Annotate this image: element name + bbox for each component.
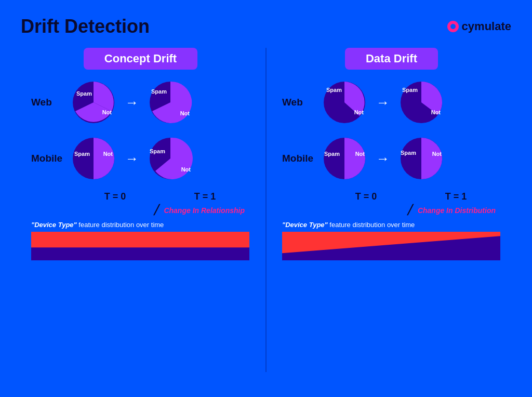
data-mobile-t0-not: Not — [355, 151, 365, 157]
concept-web-t1-not: Not — [180, 110, 190, 116]
data-dist-bar — [282, 232, 501, 260]
data-mobile-t0-pie: Spam Not — [321, 135, 368, 182]
data-mobile-t1-pie: Spam Not — [398, 135, 445, 182]
concept-dist-canvas — [31, 232, 249, 260]
concept-web-t0-spam: Spam — [76, 90, 92, 97]
concept-t1-label: T = 1 — [194, 191, 216, 202]
data-web-t0-spam: Spam — [326, 87, 342, 93]
data-web-label: Web — [282, 97, 321, 108]
concept-mobile-t1-spam: Spam — [150, 148, 165, 154]
data-mobile-arrow: → — [376, 151, 390, 167]
concept-dist-bar — [31, 232, 250, 260]
data-dist-canvas — [282, 232, 500, 260]
data-web-pie-pair: Spam Not → Spam Not — [321, 79, 445, 126]
concept-mobile-arrow: → — [125, 151, 139, 167]
main-content: Concept Drift Web Spam Not — [21, 48, 511, 372]
column-divider — [265, 48, 267, 372]
data-change-area: ╱ Change In Distribution — [282, 204, 501, 216]
data-mobile-t1-spam: Spam — [401, 150, 416, 156]
cymulate-logo-text: cymulate — [462, 20, 511, 33]
data-dist-label-suffix: feature distribution over time — [328, 221, 415, 229]
concept-time-labels: T = 0 T = 1 — [31, 191, 250, 202]
data-web-arrow: → — [376, 95, 390, 111]
data-mobile-pie-pair: Spam Not → Spam Not — [321, 135, 445, 182]
data-web-t0-not: Not — [354, 109, 364, 115]
concept-web-t1-pie: Spam Not — [147, 79, 194, 126]
data-dist-label: "Device Type" feature distribution over … — [282, 221, 501, 229]
data-drift-badge: Data Drift — [345, 48, 438, 70]
data-web-row: Web Spam Not → — [282, 79, 501, 126]
data-web-t1-not: Not — [431, 109, 441, 115]
concept-web-pie-pair: Spam Not → Spam Not — [70, 79, 194, 126]
data-time-labels: T = 0 T = 1 — [282, 191, 501, 202]
data-mobile-t1-not: Not — [432, 151, 442, 157]
data-web-t0-pie: Spam Not — [321, 79, 368, 126]
data-web-t1-pie: Spam Not — [398, 79, 445, 126]
logo: cymulate — [447, 20, 511, 33]
concept-mobile-t0-not: Not — [103, 151, 113, 157]
data-t0-label: T = 0 — [355, 191, 377, 202]
concept-web-t1-spam: Spam — [151, 88, 167, 95]
data-web-t1-spam: Spam — [402, 87, 418, 93]
concept-mobile-t0-spam: Spam — [74, 151, 90, 157]
concept-drift-column: Concept Drift Web Spam Not — [21, 48, 260, 372]
concept-web-t0-pie: Spam Not — [70, 79, 117, 126]
concept-distribution: "Device Type" feature distribution over … — [31, 221, 250, 260]
page: Drift Detection cymulate Concept Drift W… — [0, 0, 532, 397]
header: Drift Detection cymulate — [21, 16, 511, 37]
data-dist-label-device: "Device Type" — [282, 221, 328, 229]
concept-t0-label: T = 0 — [104, 191, 126, 202]
concept-change-label: Change In Relationship — [164, 206, 245, 215]
concept-mobile-t1-not: Not — [181, 166, 191, 173]
concept-change-area: ╱ Change In Relationship — [31, 204, 250, 216]
data-t1-label: T = 1 — [445, 191, 467, 202]
data-mobile-label: Mobile — [282, 153, 321, 164]
concept-dist-label-suffix: feature distribution over time — [77, 221, 164, 229]
data-drift-column: Data Drift Web Spam Not → — [272, 48, 511, 372]
concept-mobile-t0-pie: Spam Not — [70, 135, 117, 182]
data-drift-header: Data Drift — [282, 48, 501, 70]
concept-mobile-row: Mobile Spam Not → — [31, 135, 250, 182]
concept-dist-label-device: "Device Type" — [31, 221, 77, 229]
concept-drift-badge: Concept Drift — [84, 48, 197, 70]
concept-mobile-t1-pie: Spam Not — [147, 135, 194, 182]
data-mobile-row: Mobile Spam Not → — [282, 135, 501, 182]
concept-mobile-pie-pair: Spam Not → Spam Not — [70, 135, 194, 182]
data-change-label: Change In Distribution — [418, 206, 496, 215]
cymulate-logo-icon — [447, 21, 459, 32]
data-mobile-t0-spam: Spam — [324, 151, 340, 157]
concept-mobile-label: Mobile — [31, 153, 70, 164]
page-title: Drift Detection — [21, 16, 150, 37]
concept-drift-header: Concept Drift — [31, 48, 250, 70]
concept-web-label: Web — [31, 97, 70, 108]
data-slash-icon: ╱ — [407, 205, 413, 215]
concept-web-t0-not: Not — [102, 109, 112, 115]
data-distribution: "Device Type" feature distribution over … — [282, 221, 501, 260]
concept-dist-label: "Device Type" feature distribution over … — [31, 221, 250, 229]
concept-slash-icon: ╱ — [154, 205, 159, 215]
concept-web-row: Web Spam Not → — [31, 79, 250, 126]
concept-web-arrow: → — [125, 95, 139, 111]
